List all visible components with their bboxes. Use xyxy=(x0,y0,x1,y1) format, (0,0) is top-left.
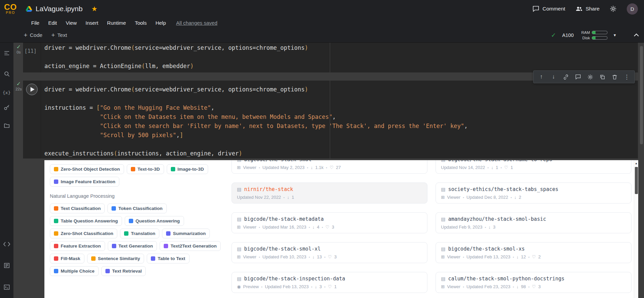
command-palette-icon[interactable] xyxy=(2,261,11,270)
task-icon xyxy=(91,256,96,261)
resource-gauge[interactable]: RAM Disk xyxy=(580,30,607,40)
run-cell-button[interactable] xyxy=(26,84,38,95)
code-line[interactable]: "Click on the search bar 'Filter by name… xyxy=(44,122,638,131)
dataset-card[interactable]: ▤bigcode/the-stack-smol-xl⊞Viewer•Update… xyxy=(232,242,427,263)
task-filter-zero-shot-classification[interactable]: Zero-Shot Classification xyxy=(50,229,117,238)
menu-file[interactable]: File xyxy=(31,20,39,26)
code-line[interactable]: driver = webdriver.Chrome(service=webdri… xyxy=(44,85,638,94)
task-filter-image-to-3d[interactable]: Image-to-3D xyxy=(167,164,208,174)
task-filter-text-to-3d[interactable]: Text-to-3D xyxy=(127,164,164,174)
dataset-card[interactable]: ▤nirnir/the-stackUpdated Nov 22, 2022•↓1 xyxy=(232,183,427,204)
secrets-key-icon[interactable] xyxy=(2,103,11,111)
code-editor[interactable]: driver = webdriver.Chrome(service=webdri… xyxy=(41,81,638,158)
code-editor[interactable]: driver = webdriver.Chrome(service=webdri… xyxy=(41,43,638,72)
dataset-card[interactable]: ▤bigcode/the-stack-username-to-repoUpdat… xyxy=(436,160,631,174)
colab-pro-badge: PRO xyxy=(6,11,15,15)
avatar[interactable]: D xyxy=(627,3,638,15)
task-filter-text2text-generation[interactable]: Text2Text Generation xyxy=(160,241,221,251)
task-filter-text-generation[interactable]: Text Generation xyxy=(108,241,157,251)
scroll-up-arrow-icon[interactable]: ▲ xyxy=(634,160,638,165)
code-line[interactable]: action_engine = ActionEngine(llm, embedd… xyxy=(44,62,638,71)
chevron-down-icon[interactable]: ▾ xyxy=(613,33,616,38)
dataset-card[interactable]: ▤bigcode/the-stack-metadata⊞Viewer•Updat… xyxy=(232,212,427,233)
menu-help[interactable]: Help xyxy=(156,20,166,26)
add-comment-button[interactable] xyxy=(572,71,584,82)
menu-edit[interactable]: Edit xyxy=(48,20,57,26)
task-filter-text-classification[interactable]: Text Classification xyxy=(50,204,105,213)
notebook-title[interactable]: LaVague.ipynb xyxy=(36,5,83,13)
code-line[interactable]: "Scroll by 500 pixels",] xyxy=(44,131,638,140)
move-cell-up-button[interactable]: ↑ xyxy=(535,71,547,82)
like-icon: ♡ xyxy=(532,254,536,259)
task-filter-table-to-text[interactable]: Table to Text xyxy=(147,254,189,263)
code-line[interactable]: driver = webdriver.Chrome(service=webdri… xyxy=(44,43,638,52)
dataset-card[interactable]: ▤bigcode/the-stack-inspection-data◉Previ… xyxy=(232,272,427,293)
code-line[interactable]: "Click on the Datasets item on the menu,… xyxy=(44,112,638,122)
task-filter-text-retrieval[interactable]: Text Retrieval xyxy=(101,266,146,276)
mirror-cell-button[interactable] xyxy=(596,71,608,82)
accelerator-label[interactable]: A100 xyxy=(562,33,574,38)
download-count: 3 xyxy=(493,225,496,230)
task-filter-table-question-answering[interactable]: Table Question Answering xyxy=(50,216,122,226)
table-of-contents-icon[interactable] xyxy=(2,49,11,57)
like-count: 2 xyxy=(538,254,541,259)
more-actions-button[interactable]: ⋮ xyxy=(621,71,633,82)
task-filter-token-classification[interactable]: Token Classification xyxy=(107,204,166,213)
execution-count[interactable]: [11] xyxy=(24,48,37,54)
updated-label: Updated Feb 10, 2023 xyxy=(262,254,306,259)
share-button[interactable]: Share xyxy=(576,6,600,12)
variables-icon[interactable]: {x} xyxy=(2,88,11,97)
task-filter-translation[interactable]: Translation xyxy=(120,229,159,238)
task-filter-fill-mask[interactable]: Fill-Mask xyxy=(50,254,84,263)
scrollbar-thumb[interactable] xyxy=(635,167,638,194)
viewer-icon: ⊞ xyxy=(237,254,241,259)
link-to-cell-button[interactable] xyxy=(560,71,572,82)
files-folder-icon[interactable] xyxy=(2,122,11,130)
code-line[interactable]: execute_instructions(instructions, actio… xyxy=(44,149,638,158)
task-filter-image-feature-extraction[interactable]: Image Feature Extraction xyxy=(50,177,119,187)
code-line[interactable] xyxy=(44,94,638,103)
task-filter-sentence-similarity[interactable]: Sentence Similarity xyxy=(87,254,144,263)
task-filter-summarization[interactable]: Summarization xyxy=(162,229,210,238)
menu-view[interactable]: View xyxy=(66,20,77,26)
settings-gear-icon[interactable] xyxy=(610,5,617,12)
cell-settings-gear-icon[interactable] xyxy=(584,71,596,82)
task-filter-zero-shot-object-detection[interactable]: Zero-Shot Object Detection xyxy=(50,164,124,174)
move-cell-down-button[interactable]: ↓ xyxy=(547,71,560,82)
code-cell-1[interactable]: [11] driver = webdriver.Chrome(service=w… xyxy=(23,43,638,72)
chevron-up-icon[interactable] xyxy=(633,33,639,37)
dataset-card[interactable]: ▤society-ethics/the-stack-tabs_spaces⊞Vi… xyxy=(436,183,631,204)
delete-cell-button[interactable] xyxy=(608,71,621,82)
save-status[interactable]: All changes saved xyxy=(176,20,218,26)
comment-button[interactable]: Comment xyxy=(532,6,565,12)
column-ruler xyxy=(330,43,330,72)
colab-logo[interactable]: CO PRO xyxy=(0,3,21,15)
dataset-card[interactable]: ▤bigcode/the-stack-smol⊞Viewer•Updated M… xyxy=(232,160,427,174)
code-snippets-icon[interactable] xyxy=(2,240,11,248)
code-line[interactable] xyxy=(44,140,638,149)
scrollbar-thumb[interactable] xyxy=(640,46,643,144)
menu-insert[interactable]: Insert xyxy=(85,20,98,26)
menu-runtime[interactable]: Runtime xyxy=(107,20,126,26)
star-icon[interactable]: ★ xyxy=(92,5,98,13)
code-cell-2[interactable]: driver = webdriver.Chrome(service=webdri… xyxy=(23,81,638,158)
task-filter-feature-extraction[interactable]: Feature Extraction xyxy=(50,241,105,251)
dataset-card[interactable]: ▤amandayzhou/the-stack-smol-basicUpdated… xyxy=(436,212,631,233)
menu-tools[interactable]: Tools xyxy=(135,20,147,26)
task-filter-multiple-choice[interactable]: Multiple Choice xyxy=(50,266,99,276)
add-code-button[interactable]: + Code xyxy=(24,32,42,38)
add-text-button[interactable]: + Text xyxy=(51,32,67,38)
download-count: 1.1k xyxy=(315,165,324,170)
terminal-icon[interactable] xyxy=(2,283,11,291)
code-line[interactable]: instructions = ["Go on the Hugging Face … xyxy=(44,103,638,112)
like-count: 3 xyxy=(334,254,337,259)
dataset-card[interactable]: ▤bigcode/the-stack-smol-xs⊞Viewer•Update… xyxy=(436,242,631,263)
dataset-name: nirnir/the-stack xyxy=(244,186,293,192)
task-filter-question-answering[interactable]: Question Answering xyxy=(125,216,184,226)
search-icon[interactable] xyxy=(2,70,11,78)
viewer-label: Viewer xyxy=(447,254,461,259)
dataset-card[interactable]: ▤calum/the-stack-smol-python-docstrings⊞… xyxy=(436,272,631,293)
code-line[interactable] xyxy=(44,52,638,62)
notebook-scrollbar[interactable] xyxy=(640,46,643,297)
output-scrollbar[interactable]: ▲ xyxy=(634,160,638,298)
